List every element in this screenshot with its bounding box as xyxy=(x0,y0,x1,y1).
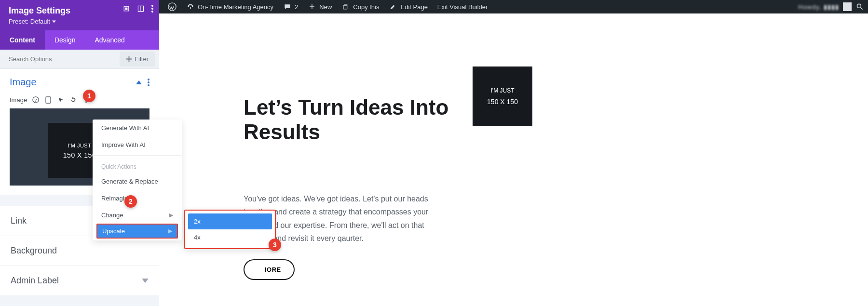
callout-badge-1: 1 xyxy=(83,90,95,102)
comments-count: 2 xyxy=(295,3,298,11)
submenu-2x[interactable]: 2x xyxy=(188,213,272,229)
pencil-icon xyxy=(389,2,397,11)
svg-point-0 xyxy=(168,3,176,11)
wp-admin-bar: On-Time Marketing Agency 2 New Copy this… xyxy=(159,0,868,13)
menu-upscale[interactable]: Upscale ▶ xyxy=(96,224,178,239)
submenu-4x[interactable]: 4x xyxy=(188,229,272,245)
avatar[interactable] xyxy=(843,2,852,11)
search-row: Filter xyxy=(0,50,159,69)
dashboard-icon xyxy=(186,2,195,11)
placeholder-line2: 150 X 150 xyxy=(63,151,96,159)
menu-improve-ai-label: Improve With AI xyxy=(101,141,146,148)
new-label: New xyxy=(319,3,332,11)
section-menu-icon[interactable] xyxy=(148,79,149,86)
help-icon[interactable]: ? xyxy=(32,96,40,104)
expand-icon[interactable] xyxy=(122,5,130,13)
ai-menu: Generate With AI Improve With AI Quick A… xyxy=(93,120,182,240)
image-field-row: Image ? xyxy=(0,93,159,106)
tab-advanced[interactable]: Advanced xyxy=(85,30,134,50)
menu-improve-ai[interactable]: Improve With AI xyxy=(93,136,182,153)
chevron-down-icon xyxy=(52,20,56,23)
svg-point-1 xyxy=(857,4,861,8)
svg-point-10 xyxy=(148,81,149,83)
svg-rect-3 xyxy=(125,8,128,10)
menu-generate-replace[interactable]: Generate & Replace xyxy=(93,173,182,190)
edit-page-link[interactable]: Edit Page xyxy=(384,0,432,13)
upscale-submenu: 2x 4x xyxy=(184,210,276,249)
comment-icon xyxy=(283,2,292,11)
image-field-label: Image xyxy=(10,96,27,104)
copy-icon xyxy=(341,2,350,11)
menu-upscale-label: Upscale xyxy=(102,227,125,235)
tab-content[interactable]: Content xyxy=(0,30,45,50)
chevron-right-icon: ▶ xyxy=(168,228,172,234)
right-img-line2: 150 X 150 xyxy=(487,98,518,106)
svg-point-7 xyxy=(151,8,153,10)
link-section-label: Link xyxy=(11,216,27,226)
hover-icon[interactable] xyxy=(57,96,65,104)
hero-image-placeholder: I'M JUST 150 X 150 xyxy=(473,67,532,126)
plus-icon xyxy=(308,2,316,11)
svg-point-9 xyxy=(148,79,149,80)
greeting-text[interactable]: Howdy, ▮▮▮▮ xyxy=(798,3,839,11)
menu-separator xyxy=(93,155,182,156)
exit-vb-label: Exit Visual Builder xyxy=(437,3,488,11)
panel-layout-icon[interactable] xyxy=(137,5,145,13)
wordpress-icon xyxy=(168,2,176,11)
hero-heading: Let’s Turn Ideas Into Results xyxy=(244,95,451,144)
hero-block: Let’s Turn Ideas Into Results You've got… xyxy=(244,95,451,280)
panel-header-actions xyxy=(122,5,153,13)
comments-link[interactable]: 2 xyxy=(278,0,303,13)
svg-point-11 xyxy=(148,84,149,86)
search-input[interactable] xyxy=(0,50,120,68)
copy-this-label: Copy this xyxy=(353,3,379,11)
placeholder-line1: I'M JUST xyxy=(68,143,92,148)
panel-tabs: Content Design Advanced xyxy=(0,30,159,50)
image-section-head[interactable]: Image xyxy=(0,69,159,93)
panel-header: Image Settings Preset: Default xyxy=(0,0,159,30)
site-name-text: On-Time Marketing Agency xyxy=(198,3,273,11)
menu-quick-actions-header: Quick Actions xyxy=(93,158,182,173)
svg-point-6 xyxy=(151,5,153,7)
callout-badge-2: 2 xyxy=(124,195,137,208)
menu-change-label: Change xyxy=(101,212,123,219)
right-img-line1: I'M JUST xyxy=(491,87,515,94)
reset-icon[interactable] xyxy=(69,96,77,104)
exit-visual-builder-link[interactable]: Exit Visual Builder xyxy=(433,0,493,13)
learn-more-button[interactable]: IORE xyxy=(244,259,295,280)
plus-icon xyxy=(126,56,132,62)
preset-dropdown[interactable]: Preset: Default xyxy=(9,18,56,25)
page-canvas: Let’s Turn Ideas Into Results You've got… xyxy=(159,13,868,306)
tablet-icon[interactable] xyxy=(44,96,52,104)
panel-menu-icon[interactable] xyxy=(151,5,153,13)
menu-change[interactable]: Change ▶ xyxy=(93,207,182,224)
edit-page-label: Edit Page xyxy=(400,3,427,11)
filter-button[interactable]: Filter xyxy=(120,52,155,67)
menu-generate-ai[interactable]: Generate With AI xyxy=(93,120,182,136)
menu-reimagine[interactable]: Reimagine xyxy=(93,190,182,207)
svg-rect-14 xyxy=(46,96,51,103)
menu-generate-replace-label: Generate & Replace xyxy=(101,178,158,185)
copy-this-link[interactable]: Copy this xyxy=(337,0,384,13)
adminbar-right: Howdy, ▮▮▮▮ xyxy=(798,2,864,11)
chevron-right-icon: ▶ xyxy=(169,212,173,218)
callout-badge-3: 3 xyxy=(269,239,281,251)
preset-label: Preset: Default xyxy=(9,18,50,25)
chevron-up-icon[interactable] xyxy=(136,80,142,84)
background-section-label: Background xyxy=(11,246,57,256)
site-name-link[interactable]: On-Time Marketing Agency xyxy=(181,0,278,13)
admin-label-section[interactable]: Admin Label xyxy=(0,266,159,295)
wp-logo[interactable] xyxy=(163,0,181,13)
admin-label-section-label: Admin Label xyxy=(11,276,59,286)
tab-design[interactable]: Design xyxy=(45,30,85,50)
chevron-down-icon xyxy=(142,279,149,283)
image-section-title: Image xyxy=(10,77,136,88)
svg-point-8 xyxy=(151,11,153,13)
search-icon[interactable] xyxy=(855,2,864,11)
new-content-link[interactable]: New xyxy=(303,0,337,13)
filter-label: Filter xyxy=(135,55,149,63)
svg-text:?: ? xyxy=(35,98,37,103)
menu-generate-ai-label: Generate With AI xyxy=(101,124,149,132)
